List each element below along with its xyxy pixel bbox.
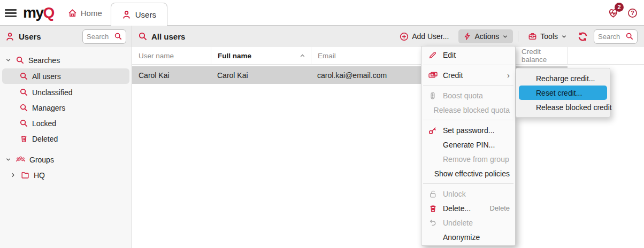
menu-item-release-blocked-quota[interactable]: Release blocked quota: [421, 103, 515, 117]
submenu-arrow-icon: ›: [507, 71, 510, 79]
menu-item-label: Unlock: [443, 190, 510, 198]
menu-shortcut: Delete: [489, 204, 510, 212]
tools-label: Tools: [540, 32, 558, 41]
groups-icon: [16, 156, 25, 164]
chevron-down-icon[interactable]: [5, 157, 12, 162]
search-icon: [16, 56, 24, 64]
menu-item-label: Undelete: [443, 219, 510, 227]
sidebar: Users Searches: [0, 26, 132, 248]
logo-q: Q: [43, 4, 53, 21]
main-header: All users Add User... Actions: [132, 26, 644, 47]
add-user-button[interactable]: Add User...: [395, 29, 454, 44]
sidebar-item-label: All users: [32, 72, 61, 81]
user-icon: [122, 10, 131, 19]
menu-separator: [423, 120, 513, 120]
menu-item-label: Edit: [443, 51, 510, 59]
sidebar-item-label: Locked: [32, 119, 56, 128]
main-panel: All users Add User... Actions: [132, 26, 644, 248]
toolbar: Add User... Actions Tools: [395, 29, 638, 44]
tab-home[interactable]: Home: [68, 9, 102, 18]
plus-circle-icon: [400, 32, 409, 41]
tab-users-label: Users: [135, 10, 156, 19]
money-icon: [428, 71, 438, 79]
submenu-item-recharge-credit[interactable]: Recharge credit...: [516, 71, 610, 86]
tree-groups-label: Groups: [29, 156, 54, 164]
sort-ascending-icon: [300, 53, 305, 59]
menu-item-label: Anonymize: [443, 233, 510, 242]
topbar-right-icons: 2 ?: [608, 0, 638, 26]
sidebar-search-input[interactable]: [87, 33, 112, 41]
sidebar-item-locked[interactable]: Locked: [0, 115, 132, 131]
system-health-icon[interactable]: 2: [608, 7, 619, 19]
cell-user-name: Carol Kai: [132, 71, 211, 80]
search-icon[interactable]: [626, 33, 633, 40]
toolbar-separator: [518, 31, 518, 42]
folder-icon: [21, 171, 29, 179]
help-icon[interactable]: ?: [627, 8, 638, 18]
key-icon: [428, 126, 438, 135]
tab-users[interactable]: Users: [111, 3, 167, 26]
search-icon: [20, 88, 28, 96]
menu-item-generate-pin[interactable]: Generate PIN...: [421, 137, 515, 152]
menu-item-label: Credit: [443, 71, 502, 80]
submenu-item-release-blocked-credit[interactable]: Release blocked credit: [516, 100, 610, 114]
chevron-down-icon: [502, 34, 508, 40]
sidebar-item-deleted[interactable]: Deleted: [0, 131, 132, 146]
tools-button[interactable]: Tools: [523, 29, 572, 43]
unlock-icon: [428, 190, 438, 198]
menu-item-edit[interactable]: Edit: [421, 48, 515, 62]
menu-item-show-effective-policies[interactable]: Show effective policies: [421, 166, 515, 181]
toolbox-icon: [528, 32, 537, 41]
menu-item-boost-quota[interactable]: Boost quota: [421, 88, 515, 103]
table-search-input[interactable]: [598, 33, 624, 41]
logo-my: my: [23, 4, 43, 21]
menu-item-unlock[interactable]: Unlock: [421, 187, 515, 201]
chevron-down-icon: [561, 34, 567, 40]
column-header-credit-balance[interactable]: Credit balance: [515, 47, 568, 64]
search-icon[interactable]: [114, 33, 122, 40]
topbar: myQ Home Users 2 ?: [0, 0, 644, 26]
menu-item-anonymize[interactable]: Anonymize: [421, 230, 515, 244]
hamburger-menu-icon[interactable]: [5, 7, 17, 19]
submenu-item-reset-credit[interactable]: Reset credit...: [519, 86, 607, 100]
menu-item-undelete[interactable]: Undelete: [421, 215, 515, 230]
sidebar-item-label: Deleted: [32, 135, 58, 143]
chevron-down-icon[interactable]: [5, 57, 12, 63]
sidebar-item-unclassified[interactable]: Unclassified: [0, 84, 132, 100]
sidebar-item-managers[interactable]: Managers: [0, 100, 132, 115]
menu-item-delete[interactable]: Delete... Delete: [421, 201, 515, 215]
actions-button[interactable]: Actions: [458, 29, 513, 43]
refresh-icon[interactable]: [577, 30, 589, 43]
column-header-user-name[interactable]: User name: [132, 47, 211, 64]
menu-item-set-password[interactable]: Set password...: [421, 123, 515, 137]
tree-section-groups[interactable]: Groups: [0, 152, 132, 167]
menu-item-label: Set password...: [443, 126, 510, 135]
chevron-right-icon[interactable]: [10, 172, 17, 178]
tree-section-searches[interactable]: Searches: [0, 52, 132, 68]
tree-searches-label: Searches: [28, 56, 60, 65]
menu-item-label: Delete...: [443, 204, 484, 213]
svg-text:?: ?: [631, 10, 634, 16]
menu-item-label: Remove from group: [443, 155, 510, 164]
column-label: Credit balance: [522, 48, 567, 64]
trash-icon: [20, 135, 28, 143]
actions-label: Actions: [474, 32, 499, 41]
menu-item-remove-from-group[interactable]: Remove from group: [421, 152, 515, 166]
users-icon: [5, 32, 14, 41]
trash-icon: [428, 204, 438, 213]
menu-item-label: Generate PIN...: [443, 141, 510, 149]
sidebar-item-all-users[interactable]: All users: [2, 68, 129, 84]
menu-item-credit[interactable]: Credit ›: [421, 68, 515, 82]
table-header: User name Full name Email Credit balance: [132, 47, 644, 65]
sidebar-item-label: Managers: [32, 104, 65, 112]
search-icon: [139, 32, 147, 41]
menu-item-label: Show effective policies: [434, 169, 510, 178]
sidebar-tree: Searches All users Unclassified Managers: [0, 47, 132, 183]
lightning-icon: [463, 32, 471, 41]
column-header-full-name[interactable]: Full name: [211, 47, 311, 64]
column-label: Email: [318, 52, 336, 60]
menu-separator: [423, 183, 513, 184]
menu-separator: [423, 65, 513, 65]
sidebar-item-hq[interactable]: HQ: [0, 167, 132, 183]
quota-icon: [428, 91, 438, 100]
